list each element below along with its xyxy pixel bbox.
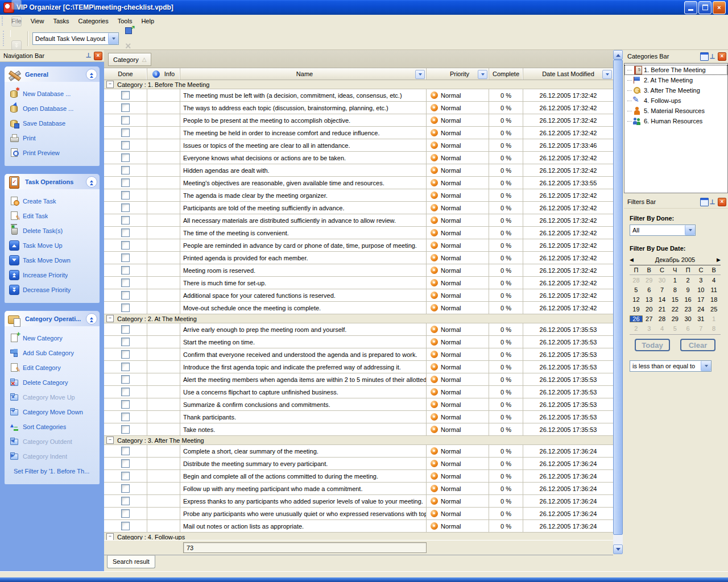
done-checkbox[interactable] (121, 203, 130, 212)
float-window-icon[interactable] (700, 52, 709, 61)
table-row[interactable]: Mail out notes or action lists as approp… (104, 520, 613, 533)
calendar-day[interactable]: 21 (656, 306, 669, 313)
group-header-row[interactable]: −Category : 1. Before The Meeting (104, 80, 613, 89)
collapse-minus-icon[interactable]: − (106, 315, 114, 322)
menu-help[interactable]: Help (136, 16, 159, 26)
done-checkbox[interactable] (121, 497, 130, 505)
done-checkbox[interactable] (121, 472, 130, 480)
collapse-minus-icon[interactable]: − (106, 436, 114, 444)
table-row[interactable]: Meeting's objectives are reasonable, giv… (104, 177, 613, 189)
calendar-day[interactable]: 8 (708, 325, 721, 332)
calendar-day[interactable]: 19 (630, 306, 643, 313)
calendar-day[interactable]: 6 (681, 325, 694, 332)
nav-section-header[interactable]: General (5, 66, 100, 82)
column-header-done[interactable]: Done (104, 68, 147, 80)
collapse-minus-icon[interactable]: − (106, 81, 114, 88)
done-checkbox[interactable] (121, 304, 130, 312)
done-checkbox[interactable] (121, 375, 130, 384)
nav-item-task-move-down[interactable]: Task Move Down (8, 253, 97, 268)
table-row[interactable]: The time of the meeting is convenient.No… (104, 227, 613, 239)
done-checkbox[interactable] (121, 522, 130, 530)
minimize-button[interactable] (684, 1, 697, 14)
collapse-chevron-icon[interactable] (86, 176, 97, 188)
nav-item-delete-category[interactable]: Delete Category (8, 375, 97, 390)
task-view-layout-combo[interactable]: Default Task View Layout (32, 32, 119, 45)
close-icon[interactable]: × (718, 52, 726, 61)
nav-item-print[interactable]: Print (8, 131, 97, 146)
table-row[interactable]: People to be present at the meeting to a… (104, 114, 613, 127)
collapse-minus-icon[interactable]: − (106, 533, 114, 540)
table-row[interactable]: Use a concerns flipchart to capture unfi… (104, 386, 613, 398)
done-checkbox[interactable] (121, 128, 130, 137)
nav-item-decrease-priority[interactable]: Decrease Priority (8, 282, 97, 297)
group-header-row[interactable]: −Category : 3. After The Meeting (104, 436, 613, 445)
calendar-day[interactable]: 2 (681, 277, 694, 284)
calendar-day[interactable]: 12 (630, 296, 643, 303)
vertical-scrollbar[interactable] (613, 50, 623, 554)
calendar-day[interactable]: 6 (643, 286, 656, 293)
calendar-day[interactable]: 7 (694, 325, 708, 332)
nav-item-task-move-up[interactable]: Task Move Up (8, 238, 97, 253)
calendar-day[interactable]: 24 (694, 306, 708, 313)
calendar-day[interactable]: 29 (668, 315, 681, 322)
next-month-icon[interactable]: ▶ (714, 257, 721, 263)
table-row[interactable]: There is much time for set-up.Normal0 %2… (104, 277, 613, 289)
calendar-day[interactable]: 5 (630, 286, 643, 293)
pin-icon[interactable]: ⊥ (85, 52, 92, 59)
table-row[interactable]: Additional space for your catered functi… (104, 289, 613, 302)
calendar-day[interactable]: 15 (668, 296, 681, 303)
table-row[interactable]: The ways to address each topic (discussi… (104, 102, 613, 114)
nav-item-increase-priority[interactable]: Increase Priority (8, 268, 97, 282)
table-row[interactable]: All necessary materials are distributed … (104, 214, 613, 227)
clear-button[interactable]: Clear (680, 339, 715, 351)
table-row[interactable]: Printed agenda is provided for each memb… (104, 252, 613, 264)
calendar-day[interactable]: 3 (643, 325, 656, 332)
calendar-day[interactable]: 5 (668, 325, 681, 332)
done-checkbox[interactable] (121, 216, 130, 225)
scroll-up-arrow[interactable] (613, 50, 623, 60)
done-checkbox[interactable] (121, 253, 130, 262)
done-checkbox[interactable] (121, 413, 130, 421)
done-checkbox[interactable] (121, 388, 130, 396)
save-layout-button[interactable] (121, 22, 138, 39)
nav-item-edit-task[interactable]: Edit Task (8, 209, 97, 223)
table-row[interactable]: Issues or topics of the meeting are clea… (104, 139, 613, 152)
column-header-priority[interactable]: Priority (427, 68, 489, 80)
calendar-day[interactable]: 28 (630, 277, 643, 284)
table-row[interactable]: Probe any participants who were unusuall… (104, 508, 613, 520)
calendar-day[interactable]: 23 (681, 306, 694, 313)
table-row[interactable]: Arrive early enough to prep the meeting … (104, 323, 613, 336)
calendar-day[interactable]: 26 (630, 315, 643, 322)
nav-item-open-database[interactable]: Open Database ... (8, 101, 97, 116)
calendar-day[interactable]: 22 (668, 306, 681, 313)
table-row[interactable]: People are reminded in advance by card o… (104, 239, 613, 252)
done-checkbox[interactable] (121, 228, 130, 237)
done-checkbox[interactable] (121, 338, 130, 346)
nav-item-set-filter-by-1-before-th[interactable]: Set Filter by '1. Before Th... (8, 464, 97, 479)
done-checkbox[interactable] (121, 291, 130, 300)
close-icon[interactable]: × (718, 198, 726, 206)
collapse-chevron-icon[interactable] (86, 313, 97, 325)
calendar-day[interactable]: 14 (656, 296, 669, 303)
pin-icon[interactable]: ⊥ (709, 198, 716, 206)
nav-item-category-move-down[interactable]: Category Move Down (8, 405, 97, 419)
tab-search-result[interactable]: Search result (107, 555, 155, 568)
group-header-row[interactable]: −Category : 4. Follow-ups (104, 533, 613, 540)
calendar-day[interactable]: 31 (694, 315, 708, 322)
table-row[interactable]: Everyone knows what decisions or actions… (104, 152, 613, 164)
calendar-day[interactable]: 27 (643, 315, 656, 322)
category-item-2-at-the-meeting[interactable]: 2. At The Meeting (624, 75, 727, 85)
table-row[interactable]: Thank participants.Normal0 %26.12.2005 1… (104, 411, 613, 423)
nav-item-save-database[interactable]: Save Database (8, 116, 97, 131)
calendar-day[interactable]: 8 (668, 286, 681, 293)
nav-item-delete-task-s[interactable]: Delete Task(s) (8, 223, 97, 238)
menu-view[interactable]: View (26, 16, 49, 26)
menu-tasks[interactable]: Tasks (48, 16, 73, 26)
nav-item-print-preview[interactable]: Print Preview (8, 146, 97, 160)
table-row[interactable]: Express thanks to any participants who a… (104, 495, 613, 508)
table-row[interactable]: Move-out schedule once the meeting is co… (104, 302, 613, 314)
close-icon[interactable]: × (94, 52, 102, 60)
nav-item-new-category[interactable]: New Category (8, 331, 97, 346)
scrollbar-thumb[interactable] (613, 60, 623, 535)
calendar-day[interactable]: 4 (656, 325, 669, 332)
